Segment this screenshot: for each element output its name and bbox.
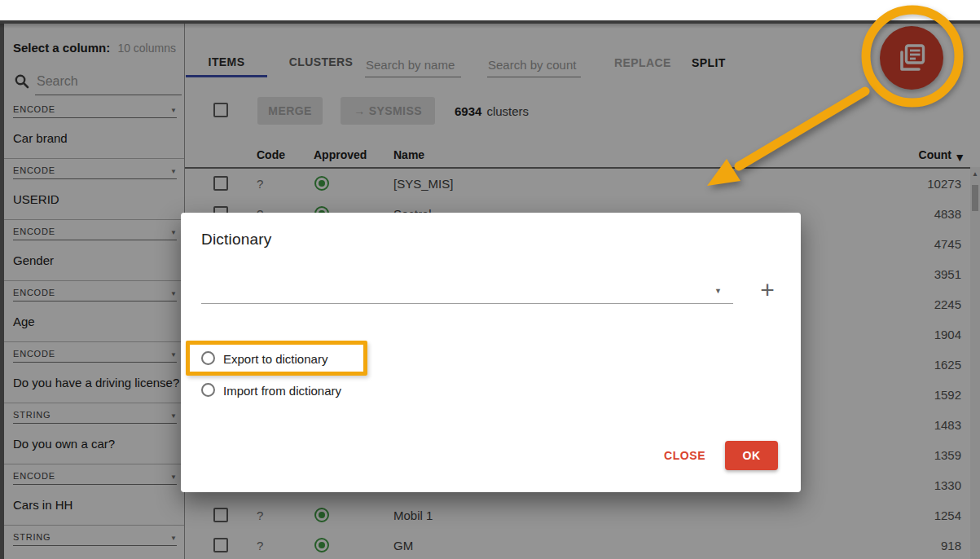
add-dictionary-button[interactable]: + xyxy=(751,275,784,305)
chevron-down-icon: ▼ xyxy=(714,287,722,295)
arrow-annotation xyxy=(692,81,880,204)
ok-button[interactable]: OK xyxy=(725,441,778,470)
dictionary-select[interactable]: ▼ xyxy=(201,275,733,304)
option-label[interactable]: Import from dictionary xyxy=(223,384,341,398)
dialog-title: Dictionary xyxy=(201,231,271,249)
top-strip xyxy=(0,0,980,20)
highlight-box-annotation xyxy=(186,341,367,376)
radio-icon[interactable] xyxy=(201,383,215,397)
close-button[interactable]: CLOSE xyxy=(664,449,705,462)
